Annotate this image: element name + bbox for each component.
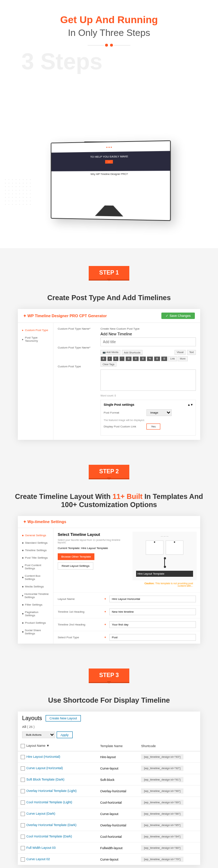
- clear-tool[interactable]: Clear Tags: [100, 362, 116, 367]
- sidebar-item[interactable]: Post Content Settings: [21, 561, 50, 572]
- shortcode[interactable]: [wp_timeline_design id="79"]: [141, 857, 183, 862]
- sidebar-item[interactable]: Filter Settings: [21, 601, 50, 608]
- shortcode[interactable]: [wp_timeline_design id="93"]: [141, 754, 183, 760]
- row-checkbox[interactable]: [21, 755, 25, 759]
- ghost-text: 3 Steps: [7, 48, 211, 75]
- sidebar-item[interactable]: Standard Settings: [21, 539, 50, 547]
- row-checkbox[interactable]: [21, 812, 25, 816]
- row-checkbox[interactable]: [21, 800, 25, 805]
- bold-tool[interactable]: B: [100, 356, 107, 361]
- save-changes-button[interactable]: ✓ Save Changes: [161, 313, 195, 319]
- title-input[interactable]: [100, 337, 196, 346]
- sidebar-item[interactable]: Post Title Settings: [21, 554, 50, 561]
- sidebar-item[interactable]: General Settings: [21, 532, 50, 539]
- row-checkbox[interactable]: [21, 835, 25, 839]
- monitor-header: ● ● ●: [51, 141, 170, 153]
- shortcode[interactable]: [wp_timeline_design id="92"]: [141, 766, 183, 771]
- sidebar-item[interactable]: Media Settings: [21, 583, 50, 590]
- shortcode[interactable]: [wp_timeline_design id="84"]: [141, 834, 183, 839]
- shortcode[interactable]: [wp_timeline_design id="89"]: [141, 800, 183, 805]
- setting-row: Timeline 2nd Heading✦: [53, 618, 200, 631]
- table-row: Cool Horizontal Template (Light)Cool-hor…: [18, 797, 200, 808]
- tool[interactable]: ☰: [154, 356, 160, 361]
- sidebar-cpt[interactable]: ▸ Custom Post Type: [21, 326, 50, 334]
- tool[interactable]: ☰: [125, 356, 132, 361]
- preview-title: Hire Layout Template: [136, 571, 193, 577]
- editor-toolbar: B I E " ☰ ☰ ☰ % ☰ ☰ Link More Cl: [100, 356, 196, 367]
- layout-link[interactable]: Soft Block Template (Dark): [26, 778, 64, 781]
- collapse-icon[interactable]: ▴ ▾: [188, 403, 193, 406]
- step1-title: Create Post Type And Add Timelines: [7, 294, 211, 302]
- tool[interactable]: E: [113, 356, 119, 361]
- shortcode[interactable]: [wp_timeline_design id="90"]: [141, 788, 183, 794]
- layout-desc: Select your favorite layout from 11 powe…: [58, 539, 125, 544]
- layout-link[interactable]: Full Width Layout 03: [26, 846, 56, 850]
- add-media-button[interactable]: 📷 Add Media: [100, 350, 120, 355]
- sidebar-item[interactable]: Horizontal Timeline Settings: [21, 590, 50, 601]
- browse-template-button[interactable]: Browse Other Template: [58, 553, 94, 560]
- step1-section: STEP 1 Create Post Type And Add Timeline…: [0, 248, 218, 447]
- layout-link[interactable]: Curve Layout (Dark): [26, 812, 55, 815]
- italic-tool[interactable]: I: [107, 356, 112, 361]
- row-checkbox[interactable]: [21, 857, 25, 862]
- text-tab[interactable]: Text: [187, 350, 196, 355]
- shortcode[interactable]: [wp_timeline_design id="91"]: [141, 777, 183, 782]
- visual-tab[interactable]: Visual: [175, 350, 186, 355]
- layout-link[interactable]: Overlay Horizontal Template (Dark): [26, 823, 76, 827]
- tool[interactable]: ☰: [140, 356, 146, 361]
- dots-decoration: [4, 178, 32, 206]
- apply-button[interactable]: Apply: [57, 731, 73, 738]
- tool[interactable]: ☰: [133, 356, 139, 361]
- select-all-checkbox[interactable]: [21, 744, 25, 748]
- setting-input[interactable]: [109, 608, 196, 615]
- create-layout-button[interactable]: Create New Layout: [46, 715, 81, 721]
- sidebar-item[interactable]: Pagination Settings: [21, 608, 50, 619]
- row-checkbox[interactable]: [21, 778, 25, 782]
- custom-link-label: Display Post Custom Link: [104, 425, 139, 428]
- layout-link[interactable]: Overlay Horizontal Template (Light): [26, 789, 77, 793]
- bulk-actions-select[interactable]: Bulk Actions: [22, 731, 55, 738]
- layout-link[interactable]: Curve Layout (Horizontal): [26, 766, 63, 770]
- setting-input[interactable]: [109, 596, 196, 602]
- tool[interactable]: ": [119, 356, 125, 361]
- step2-title: Create Timeline Layout With 11+ Built In…: [7, 492, 211, 509]
- more-tool[interactable]: More: [178, 356, 188, 361]
- step2-sidebar: General Settings Standard Settings Timel…: [18, 528, 53, 644]
- add-timeline-label: Add New Timeline: [100, 332, 196, 336]
- row-checkbox[interactable]: [21, 766, 25, 771]
- layouts-table: Layout Name ▼ Template Name Shortcode Hi…: [18, 741, 200, 865]
- step3-panel: Layouts Create New Layout All ( 26 ) Bul…: [18, 712, 200, 865]
- table-row: Curve Layout 02Curve-layout[wp_timeline_…: [18, 854, 200, 865]
- field-label: Custom Post Type Name*: [58, 327, 93, 330]
- link-tool[interactable]: Link: [168, 356, 177, 361]
- editor-textarea[interactable]: [100, 369, 196, 391]
- setting-input[interactable]: [109, 621, 196, 628]
- reset-layout-button[interactable]: Reset Layout Settings: [58, 562, 93, 570]
- sidebar-item[interactable]: Product Settings: [21, 619, 50, 627]
- add-shortcode-button[interactable]: Add Shortcode: [122, 350, 142, 355]
- step3-section: STEP 3 Use Shortcode For Display Timelin…: [0, 651, 218, 868]
- post-format-select[interactable]: Image: [146, 409, 172, 416]
- row-checkbox[interactable]: [21, 846, 25, 850]
- row-checkbox[interactable]: [21, 823, 25, 827]
- row-checkbox[interactable]: [21, 789, 25, 793]
- sidebar-item[interactable]: Content Box Settings: [21, 572, 50, 583]
- setting-input[interactable]: [109, 634, 196, 641]
- yes-toggle[interactable]: Yes: [146, 424, 160, 430]
- template-preview: — — — ■■ Hire Layout Template: [133, 532, 197, 580]
- tool[interactable]: %: [147, 356, 153, 361]
- sidebar-taxonomy[interactable]: ▸ Post Type Taxonomy: [21, 334, 50, 345]
- layout-link[interactable]: Cool Horizontal Template (Dark): [26, 835, 72, 838]
- select-layout-title: Select Timeline Layout: [58, 532, 125, 537]
- sidebar-item[interactable]: Social Share Settings: [21, 627, 50, 637]
- shortcode[interactable]: [wp_timeline_design id="80"]: [141, 845, 183, 851]
- filter-all[interactable]: All ( 26 ): [18, 725, 200, 731]
- shortcode[interactable]: [wp_timeline_design id="86"]: [141, 811, 183, 816]
- shortcode[interactable]: [wp_timeline_design id="85"]: [141, 822, 183, 828]
- monitor-cta: —: [105, 160, 113, 164]
- sidebar-item[interactable]: Timeline Settings: [21, 547, 50, 554]
- layout-link[interactable]: Cool Horizontal Template (Light): [26, 800, 72, 804]
- layout-link[interactable]: Curve Layout 02: [26, 857, 50, 861]
- layout-link[interactable]: Hire Layout (Horizontal): [26, 755, 60, 758]
- tool[interactable]: ☰: [161, 356, 167, 361]
